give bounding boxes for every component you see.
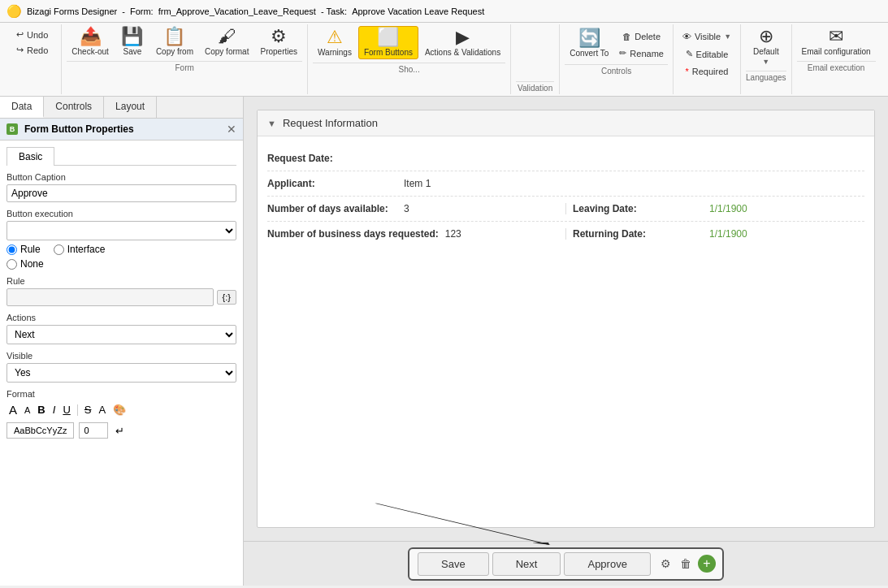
actions-validations-button[interactable]: ▶ Actions & Validations [420,27,505,58]
controls-group-label: Controls [565,64,668,76]
button-execution-label: Button execution [6,209,236,218]
properties-close-button[interactable]: ✕ [227,123,236,135]
interface-radio-item[interactable]: Interface [54,244,106,255]
app-logo: 🟡 [6,4,22,19]
trash-icon[interactable]: 🗑 [677,556,695,572]
field-row-business-returning: Number of business days requested: 123 R… [267,222,864,246]
visible-row: Yes [6,363,236,383]
format-color-a-button[interactable]: A [96,403,108,417]
field-request-date: Request Date: [267,153,864,164]
email-config-button[interactable]: ✉ Email configuration [797,26,876,58]
format-uppercase-a-button[interactable]: A [6,402,19,417]
vis-edit-req-group: 👁 Visible ▼ ✎ Editable * Required [674,24,741,94]
field-row-request-date: Request Date: [267,146,864,171]
format-underline-button[interactable]: U [60,403,72,417]
email-group: ✉ Email configuration Email execution [792,24,881,94]
save-button[interactable]: 💾 Save [115,26,149,58]
days-available-label: Number of days available: [267,203,397,214]
convert-to-button[interactable]: 🔄 Convert To [565,28,613,59]
collapse-button[interactable]: ▼ [267,119,276,128]
rule-radio[interactable] [6,244,17,255]
copy-from-label: Copy from [156,47,193,56]
field-row-days-leaving: Number of days available: 3 Leaving Date… [267,197,864,222]
visible-select[interactable]: Yes [6,363,236,383]
rule-input-wrap: {:} [6,288,236,306]
languages-group: ⊕ Default ▼ Languages [741,24,792,94]
rule-button[interactable]: {:} [217,290,236,305]
tab-layout[interactable]: Layout [104,97,157,118]
format-num-input[interactable] [79,422,108,439]
save-icon: 💾 [121,28,143,45]
format-toolbar: A A B I U S A 🎨 [6,402,236,417]
interface-radio[interactable] [54,244,64,255]
add-button[interactable]: + [698,555,716,573]
undo-redo-section: ↩ Undo ↪ Redo [8,26,56,58]
field-returning-date: Returning Date: 1/1/1900 [573,228,864,240]
show-group-buttons: ⚠ Warnings ⬜ Form Buttons ▶ Actions & Va… [313,26,505,59]
rename-button[interactable]: ✏ Rename [615,45,668,61]
delete-label: Delete [635,32,661,41]
form-next-button[interactable]: Next [492,552,561,576]
prop-tab-basic[interactable]: Basic [6,147,54,166]
app-title: Bizagi Forms Designer [27,6,117,16]
toolbar: ↩ Undo ↪ Redo 📤 Check-out 💾 Save 📋 Copy … [0,23,888,97]
form-buttons-button[interactable]: ⬜ Form Buttons [358,26,418,59]
actions-select[interactable]: Next [6,325,236,344]
format-preview-row: AaBbCcYyZz ↵ [6,422,236,439]
format-italic-button[interactable]: I [50,403,58,417]
show-group: ⚠ Warnings ⬜ Form Buttons ▶ Actions & Va… [308,24,511,94]
email-config-label: Email configuration [802,47,871,56]
default-label: Default [753,47,779,56]
gear-icon[interactable]: ⚙ [657,556,674,572]
delete-button[interactable]: 🗑 Delete [615,29,668,44]
applicant-label: Applicant: [267,178,397,189]
button-caption-input[interactable] [6,184,236,202]
visible-prop-label: Visible [6,351,236,361]
email-config-icon: ✉ [829,28,843,45]
form-save-button[interactable]: Save [418,552,489,576]
undo-button[interactable]: ↩ Undo [13,28,51,41]
form-section-header: ▼ Request Information [258,110,874,136]
checkout-button[interactable]: 📤 Check-out [67,26,114,58]
format-enter-button[interactable]: ↵ [113,424,127,438]
business-days-value: 123 [445,228,461,240]
field-divider-2 [565,228,566,240]
undo-label: Undo [27,30,48,40]
format-lowercase-a-button[interactable]: A [22,404,32,416]
format-strikethrough-button[interactable]: S [82,403,94,417]
business-days-label: Number of business days requested: [267,228,439,240]
form-group: 📤 Check-out 💾 Save 📋 Copy from 🖌 Copy fo… [62,24,308,94]
field-divider-1 [565,203,566,214]
copy-from-button[interactable]: 📋 Copy from [151,26,198,58]
form-approve-button[interactable]: Approve [564,552,650,576]
default-button[interactable]: ⊕ Default ▼ [748,26,784,67]
canvas-area: ▼ Request Information Request Date: Appl… [244,97,888,586]
rule-input[interactable] [6,288,214,306]
none-radio-item[interactable]: None [6,258,44,270]
form-content: Request Date: Applicant: Item 1 Number o… [258,136,874,256]
prop-tab-extra [54,147,79,165]
leaving-date-label: Leaving Date: [573,203,703,214]
leaving-date-value: 1/1/1900 [709,203,747,214]
form-label: Form: [130,6,154,16]
validation-group-label: Validation [516,81,554,93]
rule-radio-item[interactable]: Rule [6,244,41,255]
tab-controls[interactable]: Controls [44,97,104,118]
button-execution-select[interactable] [6,221,236,240]
none-radio[interactable] [6,259,17,270]
editable-button[interactable]: ✎ Editable [678,46,735,62]
redo-icon: ↪ [16,45,24,55]
format-paint-button[interactable]: 🎨 [110,403,128,417]
undo-redo-group: ↩ Undo ↪ Redo [3,24,62,94]
tab-data[interactable]: Data [0,97,44,118]
format-bold-button[interactable]: B [35,403,47,417]
convert-to-icon: 🔄 [578,29,600,47]
required-button[interactable]: * Required [678,64,735,79]
properties-button[interactable]: ⚙ Properties [255,26,302,58]
visible-button[interactable]: 👁 Visible ▼ [678,29,735,44]
copy-format-button[interactable]: 🖌 Copy format [200,26,253,58]
warnings-button[interactable]: ⚠ Warnings [313,27,357,58]
visible-icon: 👁 [682,32,691,41]
redo-button[interactable]: ↪ Redo [13,43,51,57]
interface-radio-label: Interface [67,244,106,255]
